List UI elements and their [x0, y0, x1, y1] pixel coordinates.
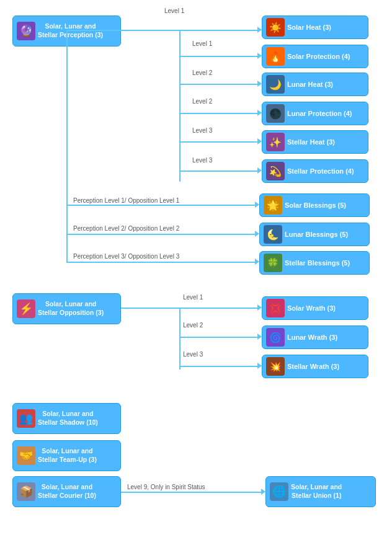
- lunar-heat-label: Lunar Heat (3): [287, 80, 333, 89]
- lunar-wrath-label: Lunar Wrath (3): [287, 333, 337, 342]
- level2a-label: Level 2: [192, 69, 212, 76]
- lunar-wrath-node: 🌀 Lunar Wrath (3): [262, 326, 368, 349]
- perception-label: Solar, Lunar andStellar Perception (3): [38, 22, 103, 39]
- opposition-label: Solar, Lunar andStellar Opposition (3): [38, 300, 104, 317]
- union-label: Solar, Lunar andStellar Union (1): [291, 483, 342, 500]
- perception-level3-label: Perception Level 3/ Opposition Level 3: [73, 253, 179, 260]
- opp-level3-label: Level 3: [183, 351, 203, 358]
- teamup-icon: 🤝: [17, 446, 35, 465]
- opposition-icon: ⚡: [17, 299, 35, 318]
- stellar-blessings-label: Stellar Blessings (5): [285, 259, 350, 267]
- courier-label: Solar, Lunar andStellar Courier (10): [38, 483, 96, 500]
- stellar-wrath-node: 💥 Stellar Wrath (3): [262, 355, 368, 378]
- opposition-node: ⚡ Solar, Lunar andStellar Opposition (3): [12, 293, 121, 324]
- level1-label: Level 1: [164, 7, 184, 14]
- stellar-blessings-icon: 🍀: [264, 254, 282, 272]
- stellar-protection-label: Stellar Protection (4): [287, 167, 354, 175]
- lunar-wrath-icon: 🌀: [266, 328, 285, 347]
- perception-level2-label: Perception Level 2/ Opposition Level 2: [73, 225, 179, 232]
- solar-protection-label: Solar Protection (4): [287, 52, 350, 61]
- courier-icon: 📦: [17, 482, 35, 501]
- lunar-blessings-node: 🌜 Lunar Blessings (5): [259, 223, 370, 246]
- level2b-label: Level 2: [192, 98, 212, 105]
- stellar-heat-icon: ✨: [266, 133, 285, 151]
- solar-heat-node: ☀️ Solar Heat (3): [262, 16, 368, 39]
- union-icon: 🌐: [270, 482, 288, 501]
- solar-blessings-label: Solar Blessings (5): [285, 201, 346, 210]
- solar-blessings-node: 🌟 Solar Blessings (5): [259, 193, 370, 217]
- shadow-icon: 👥: [17, 409, 35, 428]
- stellar-protection-icon: 💫: [266, 162, 285, 180]
- level1b-label: Level 1: [192, 40, 212, 47]
- lunar-heat-icon: 🌙: [266, 75, 285, 94]
- solar-wrath-label: Solar Wrath (3): [287, 304, 336, 312]
- level3a-label: Level 3: [192, 127, 212, 134]
- teamup-node: 🤝 Solar, Lunar andStellar Team-Up (3): [12, 440, 121, 471]
- solar-heat-icon: ☀️: [266, 18, 285, 37]
- solar-heat-label: Solar Heat (3): [287, 23, 331, 32]
- level3b-label: Level 3: [192, 157, 212, 164]
- lunar-protection-node: 🌑 Lunar Protection (4): [262, 102, 368, 125]
- opp-level2-label: Level 2: [183, 322, 203, 329]
- lunar-blessings-icon: 🌜: [264, 225, 282, 244]
- stellar-wrath-icon: 💥: [266, 357, 285, 376]
- courier-condition-label: Level 9, Only in Spirit Status: [127, 484, 205, 490]
- solar-wrath-icon: 💢: [266, 299, 285, 317]
- stellar-blessings-node: 🍀 Stellar Blessings (5): [259, 251, 370, 275]
- stellar-protection-node: 💫 Stellar Protection (4): [262, 159, 368, 183]
- lunar-blessings-label: Lunar Blessings (5): [285, 230, 348, 239]
- perception-icon: 🔮: [17, 22, 35, 40]
- union-node: 🌐 Solar, Lunar andStellar Union (1): [265, 476, 376, 507]
- solar-protection-node: 🔥 Solar Protection (4): [262, 45, 368, 68]
- stellar-wrath-label: Stellar Wrath (3): [287, 362, 339, 371]
- lunar-heat-node: 🌙 Lunar Heat (3): [262, 73, 368, 96]
- solar-protection-icon: 🔥: [266, 47, 285, 66]
- shadow-label: Solar, Lunar andStellar Shadow (10): [38, 410, 98, 427]
- stellar-heat-label: Stellar Heat (3): [287, 138, 335, 146]
- courier-node: 📦 Solar, Lunar andStellar Courier (10): [12, 476, 121, 507]
- solar-blessings-icon: 🌟: [264, 196, 282, 215]
- stellar-heat-node: ✨ Stellar Heat (3): [262, 130, 368, 154]
- opp-level1-label: Level 1: [183, 294, 203, 301]
- perception-level1-label: Perception Level 1/ Opposition Level 1: [73, 197, 179, 204]
- teamup-label: Solar, Lunar andStellar Team-Up (3): [38, 447, 97, 464]
- lunar-protection-label: Lunar Protection (4): [287, 109, 352, 118]
- shadow-node: 👥 Solar, Lunar andStellar Shadow (10): [12, 403, 121, 434]
- solar-wrath-node: 💢 Solar Wrath (3): [262, 296, 368, 320]
- lunar-protection-icon: 🌑: [266, 104, 285, 123]
